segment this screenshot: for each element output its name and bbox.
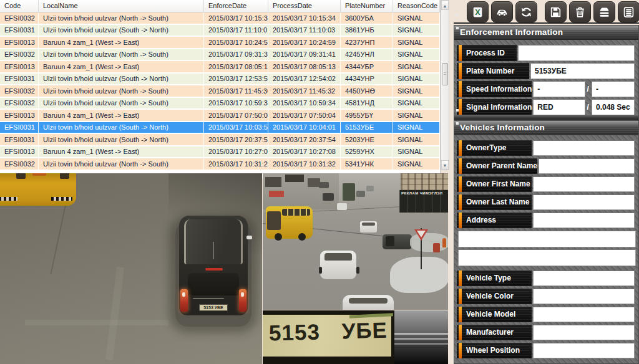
bus-checker-stripe — [51, 197, 72, 201]
input-owner-first-name[interactable] — [533, 176, 635, 192]
snow-patch — [390, 257, 448, 293]
delete-button[interactable] — [569, 1, 591, 22]
column-header-platenumber[interactable]: PlateNumber — [341, 0, 393, 12]
input-manufacturer[interactable] — [533, 325, 635, 340]
scroll-up-arrow[interactable]: ▲ — [441, 1, 449, 10]
field-label-signal-information: Signal Information — [457, 99, 532, 115]
table-row[interactable]: EFSI0031Ulzii tovin b/hoid uulzvar (Sout… — [0, 134, 440, 146]
table-row[interactable]: EFSI0032Ulzii tovin b/hoid uulzvar (Nort… — [0, 98, 440, 110]
table-cell: 3600УБА — [341, 12, 393, 24]
panel-corner-icon — [456, 27, 459, 29]
table-cell: EFSI0031 — [0, 74, 39, 85]
address-line-2[interactable] — [458, 249, 636, 266]
car-report-icon — [598, 6, 611, 19]
table-row[interactable]: EFSI0013Baruun 4 zam_1 (West -> East)201… — [0, 146, 440, 159]
table-cell: 2015/03/17 10:59:31 — [204, 98, 268, 109]
vehicle-report-button[interactable] — [593, 1, 615, 22]
field-row-ownertype: OwnerType — [457, 140, 635, 156]
field-row-vehicle-model: Vehicle Model — [457, 307, 635, 322]
scroll-down-arrow[interactable]: ▼ — [441, 160, 449, 170]
save-button[interactable] — [545, 1, 567, 22]
address-line-1[interactable] — [458, 231, 636, 247]
table-cell: 2015/03/17 11:45:32 — [268, 85, 341, 97]
input-wheel-position[interactable] — [533, 343, 635, 358]
field-row-address: Address — [457, 213, 635, 228]
field-label-vehicle-type: Vehicle Type — [457, 271, 532, 286]
excel-export-button[interactable]: X — [467, 1, 489, 22]
input-speed-information[interactable] — [533, 81, 585, 97]
table-cell: 5341УНК — [341, 158, 393, 170]
table-header-row: CodeLocalNameEnforceDateProcessDatePlate… — [0, 0, 440, 12]
input-vehicle-type[interactable] — [533, 271, 635, 286]
bus-checker-stripe — [0, 197, 17, 201]
buildings — [263, 173, 339, 209]
field-label-manufacturer: Manufacturer — [457, 325, 532, 340]
table-cell: EFSI0013 — [0, 61, 39, 72]
yellow-bus-side — [266, 206, 313, 239]
input-signal-information-2[interactable] — [592, 99, 635, 115]
table-row[interactable]: EFSI0031Ulzii tovin b/hoid uulzvar (Sout… — [0, 25, 440, 37]
table-cell: SIGNAL — [393, 158, 440, 170]
table-row[interactable]: EFSI0032Ulzii tovin b/hoid uulzvar (Nort… — [0, 49, 440, 62]
input-vehicle-color[interactable] — [533, 289, 635, 304]
brake-light — [205, 268, 223, 271]
table-row[interactable]: EFSI0031Ulzii tovin b/hoid uulzvar (Sout… — [0, 74, 440, 86]
table-cell: SIGNAL — [393, 25, 440, 36]
table-cell: SIGNAL — [393, 49, 440, 60]
field-label-wheel-position: Wheel Position — [457, 343, 532, 358]
table-row-selected[interactable]: EFSI0031Ulzii tovin b/hoid uulzvar (Sout… — [0, 122, 440, 135]
table-scrollbar[interactable]: ▲ ▼ — [441, 0, 449, 170]
white-car — [343, 295, 394, 310]
field-row-owner-last-name: Owner Last Name — [457, 194, 635, 210]
field-row-owner-first-name: Owner First Name — [457, 176, 635, 192]
scroll-thumb[interactable] — [442, 63, 448, 85]
input-speed-information-2[interactable] — [592, 81, 635, 97]
input-plate-number[interactable] — [530, 63, 635, 79]
table-cell: 4581УНД — [341, 98, 393, 109]
column-header-reasoncode[interactable]: ReasonCode — [393, 0, 440, 12]
plate-crop-text: 5153 УБЕ — [269, 318, 388, 346]
input-process-id[interactable] — [518, 45, 635, 61]
column-header-processdate[interactable]: ProcessDate — [268, 0, 341, 12]
input-vehicle-model[interactable] — [533, 307, 635, 322]
table-cell: 4237УНП — [341, 37, 393, 48]
vehicles-panel-header: Vehicles Information — [454, 121, 638, 135]
car — [366, 186, 374, 191]
violation-list-button[interactable] — [618, 1, 639, 22]
column-header-localname[interactable]: LocalName — [39, 0, 204, 12]
input-owner-last-name[interactable] — [533, 194, 635, 210]
table-row[interactable]: EFSI0013Baruun 4 zam_1 (West -> East)201… — [0, 61, 440, 74]
input-owner-parent-name[interactable] — [539, 158, 635, 174]
table-cell: 2015/03/17 07:50:02 — [204, 110, 268, 121]
table-cell: Ulzii tovin b/hoid uulzvar (South -> Nor… — [39, 122, 204, 133]
violations-table: CodeLocalNameEnforceDateProcessDatePlate… — [0, 0, 441, 173]
input-signal-information[interactable] — [533, 99, 585, 115]
plate-crop-image: 5153 УБЕ — [263, 310, 394, 364]
table-row[interactable]: EFSI0032Ulzii tovin b/hoid uulzvar (Nort… — [0, 12, 440, 25]
table-cell: Baruun 4 zam_1 (West -> East) — [39, 37, 204, 48]
road-marking — [25, 320, 168, 325]
car — [323, 193, 334, 201]
vehicle-search-button[interactable] — [491, 1, 513, 22]
input-address[interactable] — [533, 213, 635, 228]
column-header-enforcedate[interactable]: EnforceDate — [204, 0, 268, 12]
toolbar: X — [467, 1, 639, 22]
car — [356, 191, 365, 197]
table-cell: 4344УБР — [341, 61, 393, 72]
table-cell: 2015/03/17 10:24:56 — [204, 37, 268, 48]
road-marking — [105, 267, 124, 360]
field-row-vehicle-color: Vehicle Color — [457, 289, 635, 304]
violating-vehicle: 5153 УБЕ — [179, 216, 248, 315]
table-row[interactable]: EFSI0013Baruun 4 zam_1 (West -> East)201… — [0, 110, 440, 122]
table-row[interactable]: EFSI0032Ulzii tovin b/hoid uulzvar (Nort… — [0, 158, 440, 171]
side-mirror — [246, 236, 252, 239]
table-cell: 2015/03/17 10:27:08 — [268, 146, 341, 158]
column-header-code[interactable]: Code — [0, 0, 39, 12]
refresh-button[interactable] — [515, 1, 537, 22]
table-row[interactable]: EFSI0032Ulzii tovin b/hoid uulzvar (Nort… — [0, 85, 440, 98]
table-cell: SIGNAL — [393, 146, 440, 158]
vehicles-panel: Vehicles Information OwnerTypeOwner Pare… — [454, 120, 639, 364]
table-row[interactable]: EFSI0013Baruun 4 zam_1 (West -> East)201… — [0, 37, 440, 49]
input-ownertype[interactable] — [533, 140, 635, 156]
separator-slash: / — [585, 99, 590, 115]
